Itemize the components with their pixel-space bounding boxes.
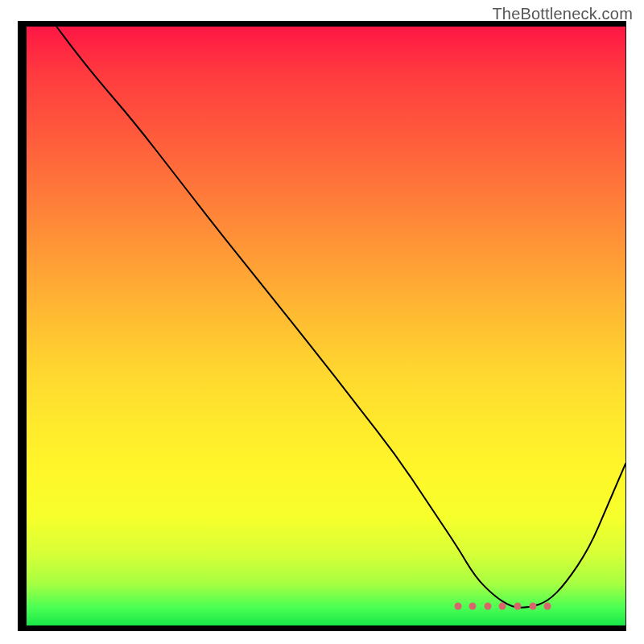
optimal-marker	[544, 603, 551, 610]
chart-container: TheBottleneck.com	[0, 0, 644, 644]
optimal-marker	[499, 603, 506, 610]
optimal-marker	[484, 603, 491, 610]
curve-layer	[27, 27, 625, 625]
optimal-marker	[469, 603, 477, 610]
bottleneck-curve	[56, 27, 625, 608]
plot-area	[27, 27, 625, 625]
optimal-marker	[454, 603, 461, 610]
optimal-marker	[529, 603, 536, 610]
optimal-marker	[514, 603, 522, 610]
watermark-text: TheBottleneck.com	[492, 5, 633, 23]
